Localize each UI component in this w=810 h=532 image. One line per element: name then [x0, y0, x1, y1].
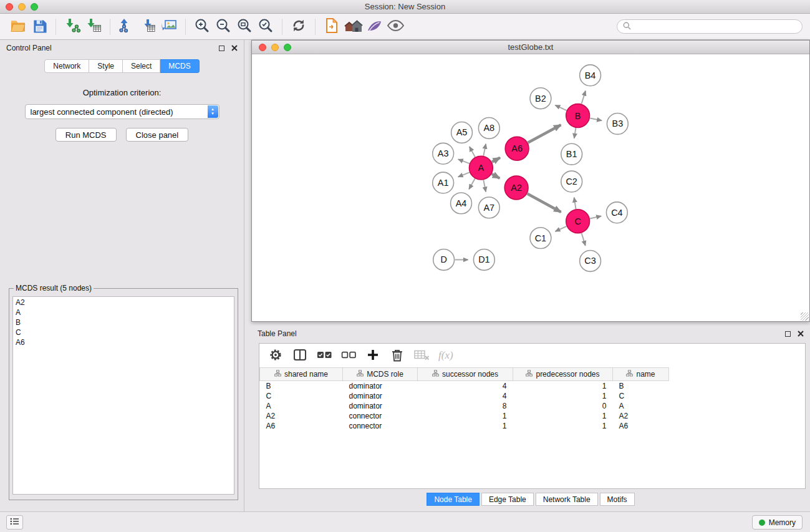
network-node[interactable]: A4 — [451, 193, 472, 214]
network-edge[interactable] — [483, 180, 486, 192]
zoom-selected-button[interactable] — [255, 17, 276, 37]
network-close-button[interactable] — [259, 44, 266, 51]
export-web-button[interactable] — [321, 17, 342, 37]
node-table-scroll-area[interactable]: shared nameMCDS rolesuccessor nodesprede… — [259, 367, 805, 488]
delete-column-button[interactable] — [387, 346, 407, 365]
table-cell[interactable]: dominator — [343, 391, 418, 401]
open-session-button[interactable] — [7, 17, 29, 37]
network-edge[interactable] — [458, 172, 470, 177]
import-table-button[interactable] — [83, 17, 104, 37]
float-table-panel-button[interactable] — [785, 331, 791, 337]
network-node[interactable]: B — [566, 104, 590, 128]
network-edge[interactable] — [492, 174, 500, 178]
unselect-all-columns-button[interactable] — [339, 346, 359, 365]
show-hide-button[interactable] — [385, 17, 406, 37]
tab-style[interactable]: Style — [89, 59, 123, 73]
import-network-button[interactable] — [62, 17, 83, 37]
network-node[interactable]: C — [566, 210, 590, 233]
zoom-window-button[interactable] — [31, 3, 38, 11]
run-mcds-button[interactable]: Run MCDS — [55, 128, 117, 142]
table-cell[interactable]: B — [613, 381, 669, 391]
table-row[interactable]: A6connector11A6 — [260, 421, 806, 431]
table-cell[interactable]: 1 — [418, 411, 513, 421]
export-image-button[interactable] — [158, 17, 180, 37]
table-cell[interactable]: 0 — [513, 401, 613, 411]
minimize-window-button[interactable] — [18, 3, 26, 11]
network-node[interactable]: B4 — [580, 65, 601, 86]
network-edge[interactable] — [469, 178, 475, 189]
network-node[interactable]: C2 — [561, 171, 582, 192]
network-zoom-button[interactable] — [284, 44, 291, 51]
network-node[interactable]: C1 — [530, 228, 551, 249]
panel-menu-button[interactable] — [6, 515, 23, 530]
table-cell[interactable]: 1 — [513, 381, 613, 391]
network-node[interactable]: A5 — [451, 122, 473, 143]
function-builder-button[interactable]: f(x) — [438, 349, 453, 362]
table-cell[interactable]: dominator — [343, 401, 418, 411]
apply-layout-button[interactable] — [288, 17, 309, 37]
table-cell[interactable]: 1 — [418, 421, 513, 431]
network-node[interactable]: B3 — [607, 114, 628, 135]
table-cell[interactable]: B — [260, 381, 343, 391]
network-node[interactable]: A7 — [478, 197, 499, 218]
table-cell[interactable]: A2 — [613, 411, 669, 421]
network-edge[interactable] — [528, 125, 561, 143]
criterion-dropdown[interactable]: largest connected component (directed) ▲… — [25, 104, 219, 119]
zoom-fit-button[interactable] — [234, 17, 255, 37]
network-edge[interactable] — [590, 118, 602, 121]
table-cell[interactable]: C — [613, 391, 669, 401]
table-row[interactable]: Adominator80A — [260, 401, 806, 411]
table-cell[interactable]: 1 — [513, 411, 613, 421]
network-edge[interactable] — [492, 158, 500, 162]
network-node[interactable]: C3 — [580, 251, 601, 272]
export-table-button[interactable] — [137, 17, 158, 37]
close-window-button[interactable] — [6, 3, 13, 11]
search-input[interactable] — [634, 22, 796, 31]
network-node[interactable]: D — [433, 249, 455, 271]
tab-mcds[interactable]: MCDS — [160, 59, 199, 73]
float-panel-button[interactable] — [219, 46, 224, 51]
network-edge[interactable] — [528, 194, 561, 212]
tab-network-table[interactable]: Network Table — [536, 493, 598, 506]
titlebar[interactable]: Session: New Session — [0, 0, 810, 14]
table-cell[interactable]: 1 — [513, 391, 613, 401]
network-minimize-button[interactable] — [271, 44, 279, 51]
network-node[interactable]: A1 — [433, 172, 454, 193]
show-column-button[interactable] — [290, 346, 310, 365]
network-node[interactable]: B1 — [561, 143, 582, 165]
network-node[interactable]: A — [469, 156, 493, 180]
home-button[interactable] — [342, 17, 364, 37]
column-header-shared-name[interactable]: shared name — [260, 368, 343, 381]
tab-node-table[interactable]: Node Table — [427, 493, 480, 506]
network-edge[interactable] — [555, 105, 566, 110]
network-node[interactable]: B2 — [530, 88, 551, 109]
column-header-predecessor-nodes[interactable]: predecessor nodes — [513, 368, 613, 381]
network-node[interactable]: A2 — [504, 176, 528, 200]
mcds-result-item[interactable]: A — [16, 307, 231, 317]
search-box[interactable] — [617, 19, 803, 34]
table-cell[interactable]: C — [260, 391, 343, 401]
tab-select[interactable]: Select — [123, 59, 160, 73]
tab-network[interactable]: Network — [44, 59, 89, 73]
network-edge[interactable] — [582, 91, 586, 104]
table-cell[interactable]: 4 — [418, 391, 513, 401]
mcds-result-list[interactable]: A2ABCA6 — [12, 296, 234, 495]
mcds-result-item[interactable]: A6 — [16, 337, 231, 347]
select-all-columns-button[interactable] — [314, 346, 334, 365]
column-header-name[interactable]: name — [613, 368, 669, 381]
table-cell[interactable]: A2 — [260, 411, 343, 421]
network-canvas[interactable]: B4B2BB3A8A5A6A3B1AC2A1A2A4A7C4CC1C3DD1 — [252, 54, 809, 321]
table-row[interactable]: A2connector11A2 — [260, 411, 806, 421]
tab-edge-table[interactable]: Edge Table — [481, 493, 534, 506]
close-table-panel-button[interactable] — [798, 329, 804, 339]
mcds-result-item[interactable]: B — [16, 317, 231, 327]
network-node[interactable]: A8 — [478, 118, 499, 139]
network-edge[interactable] — [556, 226, 567, 231]
tab-motifs[interactable]: Motifs — [600, 493, 635, 506]
column-header-successor-nodes[interactable]: successor nodes — [418, 368, 513, 381]
network-edge[interactable] — [470, 147, 475, 157]
network-edge[interactable] — [590, 216, 601, 218]
table-cell[interactable]: A6 — [613, 421, 669, 431]
network-node[interactable]: A6 — [505, 137, 529, 160]
table-cell[interactable]: connector — [343, 411, 418, 421]
